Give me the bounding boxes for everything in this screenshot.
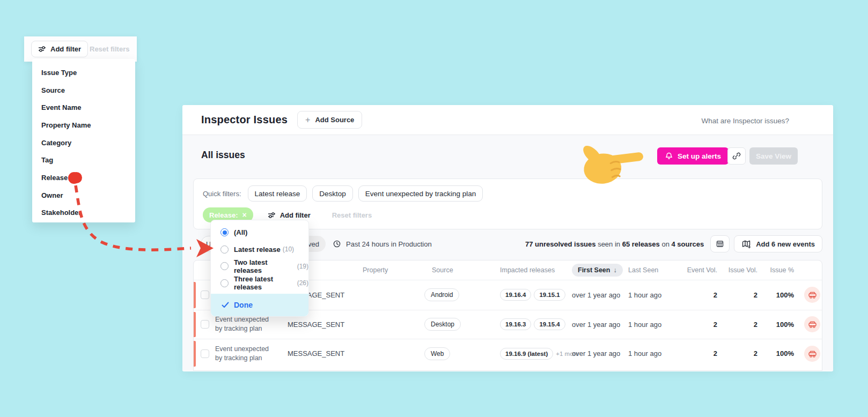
menu-item-issue-type[interactable]: Issue Type [32,64,135,81]
quick-filters-row: Quick filters: Latest release Desktop Ev… [203,185,483,202]
col-header-property[interactable]: Property [363,266,419,274]
menu-item-property-name[interactable]: Property Name [32,116,135,134]
col-header-impacted-releases[interactable]: Impacted releases [491,266,572,274]
release-option-latest[interactable]: Latest release (10) [211,241,308,258]
filter-popup-bar: Add filter Reset filters [24,36,137,62]
time-range-label: Past 24 hours in Production [346,240,432,248]
release-chip: 19.15.1 [534,289,565,301]
check-icon [222,302,229,308]
source-chip: Web [424,347,450,360]
panel-header: Inspector Issues + Add Source What are I… [182,105,833,135]
sort-desc-icon: ↓ [613,266,616,274]
save-view-button[interactable]: Save View [749,147,798,165]
plus-icon: + [305,115,310,125]
release-option-three-latest[interactable]: Three latest releases (26) [211,275,308,292]
bell-icon [665,152,673,160]
clock-icon [333,240,341,248]
page-title: Inspector Issues [201,114,288,126]
release-filter-dropdown: (All) Latest release (10) Two latest rel… [210,220,309,317]
add-filter-label: Add filter [50,45,81,53]
quick-filter-desktop[interactable]: Desktop [312,185,353,202]
radio-selected-icon [220,228,229,236]
col-header-issue-vol[interactable]: Issue Vol. [725,266,765,274]
quick-filters-label: Quick filters: [203,190,241,198]
filter-icon [268,212,276,219]
toolbar-right: 77 unresolved issues seen in 65 releases… [525,235,822,252]
filter-menu: Issue Type Source Event Name Property Na… [32,59,135,222]
col-header-last-seen[interactable]: Last Seen [628,266,683,274]
menu-item-event-name[interactable]: Event Name [32,99,135,116]
tracking-violation-icon[interactable] [804,316,820,332]
row-checkbox[interactable] [201,349,209,358]
time-range-control[interactable]: Past 24 hours in Production [333,240,432,248]
issues-summary: 77 unresolved issues seen in 65 releases… [525,240,704,248]
col-header-issue-pct[interactable]: Issue % [765,266,801,274]
menu-item-stakeholder[interactable]: Stakeholder [32,204,135,222]
link-icon [732,152,741,160]
quick-filter-event-unexpected[interactable]: Event unexpected by tracking plan [358,185,483,202]
screen: Add filter Reset filters Issue Type Sour… [0,0,868,417]
help-link[interactable]: What are Inspector issues? [701,117,789,125]
row-checkbox[interactable] [201,320,209,329]
menu-item-source[interactable]: Source [32,81,135,99]
quick-filter-latest-release[interactable]: Latest release [248,185,307,202]
reset-filters-button[interactable]: Reset filters [90,45,129,53]
add-filter-button-inline[interactable]: Add filter [268,211,311,219]
dropdown-done-button[interactable]: Done [211,294,308,316]
pointing-hand-emoji [573,135,654,190]
radio-icon [220,279,229,287]
radio-icon [220,245,229,254]
release-chip: 19.15.4 [534,318,565,330]
table-icon [716,240,724,248]
table-view-button[interactable] [710,235,730,252]
source-chip: Desktop [424,318,461,331]
reset-filters-button-inline[interactable]: Reset filters [332,211,372,219]
add-new-events-button[interactable]: Add 6 new events [734,235,822,252]
radio-icon [220,262,229,270]
source-chip: Android [424,288,459,301]
add-source-button[interactable]: + Add Source [297,111,362,129]
add-filter-button[interactable]: Add filter [31,41,88,57]
map-plus-icon [741,240,751,249]
release-chip: 19.16.4 [500,289,531,301]
filter-icon [38,46,46,53]
menu-item-owner[interactable]: Owner [32,187,135,204]
release-option-two-latest[interactable]: Two latest releases (19) [211,258,308,275]
tracking-violation-icon[interactable] [804,287,820,303]
release-annotation-dot [71,172,82,183]
view-title: All issues [201,150,245,161]
release-option-all[interactable]: (All) [211,224,308,241]
tracking-violation-icon[interactable] [804,346,820,362]
menu-item-release[interactable]: Release [32,169,135,187]
table-row[interactable]: Event unexpected by tracking plan MESSAG… [194,339,822,368]
row-checkbox[interactable] [201,291,209,299]
menu-item-category[interactable]: Category [32,134,135,152]
col-header-event-vol[interactable]: Event Vol. [683,266,725,274]
col-header-source[interactable]: Source [419,266,491,274]
setup-alerts-button[interactable]: Set up alerts [657,147,729,165]
remove-filter-icon[interactable]: × [242,211,246,219]
release-chip: 19.16.9 (latest) [500,348,553,360]
menu-item-tag[interactable]: Tag [32,151,135,169]
col-header-first-seen[interactable]: First Seen↓ [572,264,623,277]
release-chip: 19.16.3 [500,318,531,330]
copy-link-button[interactable] [727,147,746,165]
